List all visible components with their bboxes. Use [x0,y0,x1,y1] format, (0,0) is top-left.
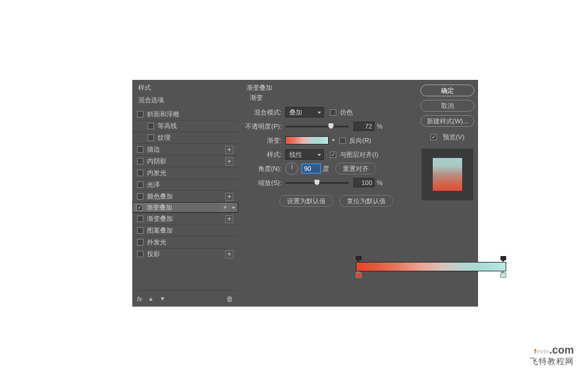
angle-value[interactable]: 90 [302,164,320,173]
style-checkbox[interactable] [137,181,143,188]
style-checkbox[interactable] [137,239,143,246]
blend-mode-select[interactable]: 叠加 [285,107,324,117]
add-instance-icon[interactable]: + [225,215,233,223]
angle-label: 角度(N): [243,164,285,173]
cancel-button[interactable]: 取消 [420,100,475,112]
align-label: 与图层对齐(I) [340,150,378,159]
styles-panel: 样式 混合选项 斜面和浮雕等高线纹理描边+内阴影+内发光光泽颜色叠加+渐变叠加+… [132,80,238,307]
style-row[interactable]: 投影+ [132,248,238,260]
scale-slider[interactable] [285,182,349,184]
scale-label: 缩放(S): [243,179,285,187]
arrow-down-icon[interactable]: ▼ [159,295,165,302]
make-default-button[interactable]: 设置为默认值 [279,195,333,207]
pct-label2: % [377,179,383,186]
gradient-overlay-settings: 渐变叠加 渐变 混合模式: 叠加 仿色 不透明度(P): 72 % 渐变: 反向… [238,80,417,307]
style-row[interactable]: 内发光 [132,167,238,179]
style-row[interactable]: 纹理 [132,132,238,143]
opacity-label: 不透明度(P): [243,122,285,131]
style-checkbox[interactable] [137,146,143,153]
angle-dial[interactable] [285,162,298,175]
new-style-button[interactable]: 新建样式(W)... [420,115,475,127]
watermark-cn: 飞特教程网 [530,357,574,367]
style-label: 渐变叠加 [147,214,225,223]
reset-default-button[interactable]: 复位为默认值 [339,195,393,207]
gradient-bar[interactable] [356,262,506,271]
style-label: 等高线 [158,122,233,130]
style-row[interactable]: 渐变叠加+ [132,213,238,224]
style-checkbox[interactable] [137,216,143,222]
gradient-preview[interactable] [285,136,329,144]
style-label: 纹理 [158,133,233,142]
watermark: fevte.com 飞特教程网 [530,344,574,367]
style-row[interactable]: 渐变叠加+ [132,202,238,213]
style-checkbox[interactable] [137,227,143,234]
blend-options-label[interactable]: 混合选项 [132,95,238,108]
style-select[interactable]: 线性 [285,149,324,160]
blend-mode-label: 混合模式: [243,108,285,117]
align-checkbox[interactable] [330,152,336,158]
style-checkbox[interactable] [148,123,154,129]
style-row[interactable]: 颜色叠加+ [132,190,238,202]
style-checkbox[interactable] [137,170,143,176]
reverse-label: 反向(R) [349,136,371,145]
style-label: 渐变叠加 [146,203,221,212]
style-checkbox[interactable] [137,111,143,117]
style-checkbox[interactable] [137,158,143,164]
style-checkbox[interactable] [148,134,154,141]
gradient-label: 渐变: [243,136,285,145]
ok-button[interactable]: 确定 [420,85,475,96]
style-row[interactable]: 等高线 [132,120,238,132]
style-row[interactable]: 光泽 [132,179,238,190]
styles-header: 样式 [132,80,238,95]
add-instance-icon[interactable]: + [225,193,233,201]
preview-checkbox[interactable] [430,134,437,140]
opacity-slider[interactable] [285,126,349,127]
style-label: 内发光 [147,169,233,177]
style-label: 斜面和浮雕 [147,110,233,119]
style-label: 样式: [243,150,285,159]
style-row[interactable]: 外发光 [132,236,238,248]
style-label: 描边 [147,145,225,154]
angle-unit: 度 [323,164,329,173]
preview-box [422,149,473,200]
style-checkbox[interactable] [137,193,143,200]
styles-list: 斜面和浮雕等高线纹理描边+内阴影+内发光光泽颜色叠加+渐变叠加+渐变叠加+图案叠… [132,108,238,290]
preview-label: 预览(V) [443,133,465,142]
layer-style-dialog: 样式 混合选项 斜面和浮雕等高线纹理描边+内阴影+内发光光泽颜色叠加+渐变叠加+… [132,80,478,307]
add-instance-icon[interactable]: + [225,250,233,258]
add-instance-icon[interactable]: + [221,203,229,211]
opacity-value[interactable]: 72 [353,122,375,131]
watermark-domain: fevte.com [530,344,574,357]
add-instance-icon[interactable]: + [225,146,233,154]
style-label: 外发光 [147,238,233,247]
styles-footer: fx ▲ ▼ 🗑 [132,290,238,307]
reset-align-button[interactable]: 重置对齐 [335,163,376,174]
style-label: 光泽 [147,180,233,189]
color-stop-left[interactable] [356,271,362,278]
reverse-checkbox[interactable] [339,137,346,144]
section-sub: 渐变 [250,93,412,102]
add-instance-icon[interactable]: + [225,157,233,166]
gradient-editor[interactable] [356,262,506,271]
style-row[interactable]: 描边+ [132,143,238,155]
section-title: 渐变叠加 [246,83,412,92]
preview-swatch [433,158,462,191]
style-checkbox[interactable] [136,204,143,211]
pct-label: % [377,123,383,130]
fx-icon[interactable]: fx [137,295,142,302]
style-row[interactable]: 内阴影+ [132,155,238,167]
scale-value[interactable]: 100 [353,178,375,187]
style-label: 颜色叠加 [147,192,225,201]
dither-checkbox[interactable] [330,109,336,116]
dialog-actions: 确定 取消 新建样式(W)... 预览(V) [417,80,478,307]
trash-icon[interactable]: 🗑 [226,295,233,303]
color-stop-right[interactable] [500,271,506,278]
style-checkbox[interactable] [137,251,143,257]
style-row[interactable]: 斜面和浮雕 [132,108,238,120]
style-label: 内阴影 [147,157,225,166]
style-label: 投影 [147,250,225,258]
dither-label: 仿色 [340,108,353,117]
style-label: 图案叠加 [147,226,233,235]
arrow-up-icon[interactable]: ▲ [148,295,154,302]
style-row[interactable]: 图案叠加 [132,224,238,236]
